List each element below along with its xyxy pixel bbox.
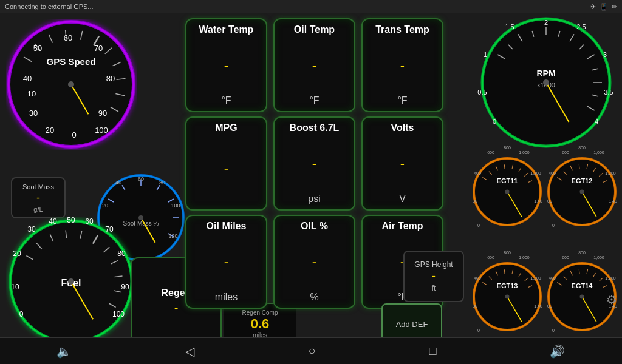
svg-text:20: 20	[46, 126, 54, 135]
settings-icon[interactable]: ⚙	[606, 292, 617, 307]
svg-text:100: 100	[171, 203, 180, 209]
volume-up-button[interactable]: 🔊	[550, 344, 565, 359]
svg-text:60: 60	[138, 176, 144, 182]
svg-text:1,200: 1,200	[530, 171, 541, 175]
regen-comp-label: Regen Comp	[242, 309, 278, 316]
svg-text:30: 30	[29, 109, 38, 118]
svg-text:0: 0	[493, 118, 496, 125]
svg-text:0: 0	[477, 223, 480, 228]
phone-icon: 📱	[600, 3, 608, 11]
svg-text:RPM: RPM	[536, 69, 555, 78]
airplane-icon: ✈	[590, 3, 596, 11]
svg-text:2.5: 2.5	[576, 23, 586, 30]
boost-unit: psi	[308, 194, 320, 204]
svg-text:100: 100	[112, 310, 125, 318]
regen-comp-value: 0.6	[251, 316, 270, 332]
recents-button[interactable]: □	[429, 344, 436, 358]
trans-temp-title: Trans Temp	[375, 24, 429, 35]
oil-miles-panel: Oil Miles - miles	[185, 215, 267, 309]
mpg-panel: MPG -	[185, 116, 267, 211]
svg-text:0: 0	[552, 223, 555, 228]
svg-text:1: 1	[484, 51, 487, 58]
egt-area: EGT11 0 200 400 600 800 1,00	[470, 135, 622, 347]
svg-text:400: 400	[474, 171, 481, 175]
svg-text:600: 600	[562, 150, 569, 155]
svg-text:20: 20	[102, 203, 108, 209]
svg-text:800: 800	[504, 251, 511, 255]
edit-icon: ✏	[612, 3, 617, 11]
oil-miles-title: Oil Miles	[207, 221, 247, 232]
svg-text:1,400: 1,400	[534, 199, 542, 203]
svg-text:0: 0	[552, 328, 555, 332]
svg-text:0: 0	[72, 130, 76, 140]
oil-pct-title: OIL %	[301, 221, 328, 232]
svg-text:600: 600	[487, 255, 494, 260]
egt12-gauge: EGT12 0 200 400 600 800 1,000 1,200	[547, 137, 620, 240]
svg-point-184	[580, 295, 584, 299]
trans-temp-unit: °F	[397, 95, 407, 106]
boost-title: Boost 6.7L	[290, 123, 340, 133]
svg-text:50: 50	[67, 217, 75, 224]
svg-text:120: 120	[168, 233, 177, 239]
volts-value: -	[400, 156, 405, 172]
svg-text:800: 800	[504, 146, 511, 150]
svg-text:400: 400	[474, 276, 481, 280]
soot-mass-unit: g/L	[33, 206, 43, 213]
svg-point-121	[505, 190, 510, 194]
svg-point-72	[68, 278, 74, 285]
oil-miles-value: -	[224, 254, 228, 270]
nav-bar: 🔈 ◁ ○ □ 🔊	[0, 337, 622, 364]
svg-text:600: 600	[562, 255, 569, 260]
water-temp-value: -	[224, 58, 228, 73]
fuel-gauge: 0 10 20 30 40 50 60 70 80 90 100 Fuel	[6, 217, 137, 344]
back-button[interactable]: ◁	[185, 344, 194, 359]
svg-text:3: 3	[603, 51, 607, 58]
svg-text:400: 400	[549, 276, 556, 280]
volume-down-button[interactable]: 🔈	[56, 344, 72, 359]
home-button[interactable]: ○	[308, 344, 315, 358]
volts-unit: V	[399, 194, 406, 204]
svg-text:GPS Speed: GPS Speed	[47, 56, 96, 67]
svg-text:1,400: 1,400	[534, 304, 542, 308]
svg-text:70: 70	[105, 225, 114, 234]
oil-temp-value: -	[312, 58, 316, 73]
mpg-title: MPG	[215, 123, 237, 133]
svg-text:800: 800	[578, 251, 586, 255]
svg-text:80: 80	[159, 180, 165, 186]
gps-speed-gauge: 30 40 50 60 70 80 90 20 0 100 10 GPS Spe…	[6, 19, 137, 150]
svg-text:40: 40	[49, 217, 57, 226]
svg-text:50: 50	[33, 44, 42, 53]
oil-pct-unit: %	[310, 292, 318, 303]
svg-text:60: 60	[85, 217, 94, 226]
water-temp-title: Water Temp	[199, 24, 254, 35]
svg-point-100	[543, 79, 549, 86]
boost-value: -	[312, 156, 316, 172]
soot-mass-value: -	[36, 192, 40, 204]
svg-text:400: 400	[549, 171, 556, 175]
svg-text:1,000: 1,000	[519, 255, 530, 260]
gps-height-value: -	[432, 270, 436, 283]
svg-text:200: 200	[547, 199, 552, 203]
oil-miles-unit: miles	[215, 292, 238, 303]
svg-text:EGT11: EGT11	[497, 177, 518, 184]
water-temp-unit: °F	[221, 95, 231, 106]
water-temp-panel: Water Temp - °F	[185, 18, 267, 112]
status-icons: ✈ 📱 ✏	[590, 3, 617, 11]
dashboard: 30 40 50 60 70 80 90 20 0 100 10 GPS Spe…	[0, 13, 622, 337]
svg-text:1,000: 1,000	[519, 150, 530, 155]
gps-height-panel: GPS Height - ft	[403, 251, 464, 302]
svg-text:10: 10	[27, 89, 36, 98]
svg-text:1,400: 1,400	[609, 199, 617, 203]
svg-text:0: 0	[477, 328, 480, 332]
svg-point-163	[505, 295, 510, 299]
svg-text:1,000: 1,000	[593, 150, 604, 155]
soot-mass-label: Soot Mass	[22, 183, 54, 190]
air-temp-title: Air Temp	[381, 221, 423, 232]
svg-text:600: 600	[487, 150, 494, 155]
svg-text:1,000: 1,000	[593, 255, 604, 260]
trans-temp-panel: Trans Temp - °F	[361, 18, 443, 112]
svg-text:3.5: 3.5	[604, 89, 613, 96]
egt13-gauge: EGT13 0 200 400 600 800 1,000 1,200	[473, 242, 545, 345]
svg-text:0.5: 0.5	[477, 89, 487, 96]
svg-text:80: 80	[117, 249, 126, 258]
